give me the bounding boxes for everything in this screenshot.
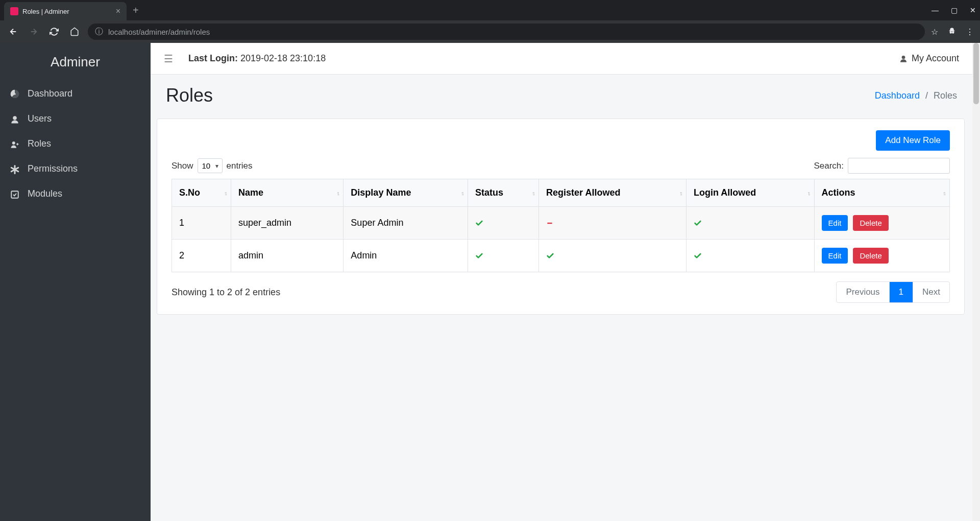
breadcrumb-separator: / <box>925 90 928 101</box>
cell-register-allowed <box>539 240 687 272</box>
svg-point-2 <box>13 116 17 120</box>
maximize-icon[interactable]: ▢ <box>951 6 958 14</box>
sidebar-item-label: Roles <box>28 138 51 149</box>
pagination-page-1[interactable]: 1 <box>890 282 913 302</box>
sort-icon: ↑↓ <box>336 191 338 195</box>
brand-title: Adminer <box>0 43 151 81</box>
incognito-icon[interactable] <box>947 27 957 37</box>
column-header[interactable]: Actions↑↓ <box>814 179 949 207</box>
sort-icon: ↑↓ <box>679 191 681 195</box>
edit-button[interactable]: Edit <box>822 248 848 264</box>
sort-icon: ↑↓ <box>943 191 944 195</box>
check-square-icon <box>9 188 20 199</box>
browser-tab-strip: Roles | Adminer × + — ▢ ✕ <box>0 0 980 20</box>
site-info-icon[interactable]: ⓘ <box>95 27 103 37</box>
check-icon <box>694 250 702 260</box>
reload-icon[interactable] <box>47 25 61 39</box>
sort-icon: ↑↓ <box>532 191 533 195</box>
page-header: Roles Dashboard / Roles <box>151 75 972 113</box>
column-header[interactable]: Name↑↓ <box>231 179 343 207</box>
roles-table: S.No↑↓Name↑↓Display Name↑↓Status↑↓Regist… <box>172 179 950 272</box>
column-header[interactable]: Register Allowed↑↓ <box>539 179 687 207</box>
cell-sno: 2 <box>172 240 231 272</box>
sort-icon: ↑↓ <box>224 191 226 195</box>
sidebar-item-label: Dashboard <box>28 88 72 99</box>
delete-button[interactable]: Delete <box>853 215 888 231</box>
pagination-previous[interactable]: Previous <box>837 282 889 302</box>
column-header[interactable]: S.No↑↓ <box>172 179 231 207</box>
url-text: localhost/adminer/admin/roles <box>108 28 210 36</box>
close-tab-icon[interactable]: × <box>116 7 120 16</box>
sidebar-item-users[interactable]: Users <box>0 106 151 131</box>
cell-display-name: Super Admin <box>344 207 468 240</box>
search-label: Search: <box>814 161 844 171</box>
user-icon <box>9 113 20 124</box>
sort-icon: ↑↓ <box>807 191 809 195</box>
sidebar-item-dashboard[interactable]: Dashboard <box>0 81 151 106</box>
url-bar[interactable]: ⓘ localhost/adminer/admin/roles <box>88 23 925 40</box>
minimize-icon[interactable]: — <box>932 6 939 14</box>
roles-card: Add New Role Show 10 entries Search: <box>157 119 965 315</box>
check-icon <box>475 250 483 260</box>
table-info: Showing 1 to 2 of 2 entries <box>172 287 280 298</box>
sidebar-item-label: Users <box>28 113 52 124</box>
svg-point-1 <box>14 93 15 95</box>
entries-label: entries <box>227 161 253 171</box>
sidebar-item-modules[interactable]: Modules <box>0 181 151 206</box>
back-icon[interactable] <box>6 25 20 39</box>
hamburger-icon[interactable]: ☰ <box>164 53 173 65</box>
column-header[interactable]: Login Allowed↑↓ <box>686 179 814 207</box>
sidebar-item-permissions[interactable]: Permissions <box>0 156 151 181</box>
show-label: Show <box>172 161 193 171</box>
my-account-link[interactable]: My Account <box>899 53 959 64</box>
table-row: 1super_adminSuper AdminEditDelete <box>172 207 950 240</box>
tab-title: Roles | Adminer <box>22 8 112 15</box>
edit-button[interactable]: Edit <box>822 215 848 231</box>
check-icon <box>475 218 483 228</box>
add-new-role-button[interactable]: Add New Role <box>876 130 950 151</box>
scrollbar-thumb[interactable] <box>973 43 979 104</box>
cell-register-allowed <box>539 207 687 240</box>
svg-point-3 <box>12 141 15 145</box>
scrollbar[interactable] <box>972 43 980 521</box>
page-title: Roles <box>166 85 213 106</box>
column-header[interactable]: Display Name↑↓ <box>344 179 468 207</box>
main-content: ☰ Last Login: 2019-02-18 23:10:18 My Acc… <box>151 43 980 521</box>
topbar: ☰ Last Login: 2019-02-18 23:10:18 My Acc… <box>151 43 972 75</box>
cell-display-name: Admin <box>344 240 468 272</box>
sidebar-item-roles[interactable]: Roles <box>0 131 151 156</box>
bookmark-icon[interactable]: ☆ <box>931 27 938 37</box>
menu-icon[interactable]: ⋮ <box>966 27 974 37</box>
column-header[interactable]: Status↑↓ <box>468 179 538 207</box>
sidebar-item-label: Permissions <box>28 163 78 174</box>
pagination: Previous 1 Next <box>836 281 950 303</box>
table-row: 2adminAdminEditDelete <box>172 240 950 272</box>
browser-tab[interactable]: Roles | Adminer × <box>4 2 127 20</box>
user-plus-icon <box>9 138 20 149</box>
dashboard-icon <box>9 88 20 99</box>
search-input[interactable] <box>848 158 950 174</box>
svg-point-5 <box>902 56 905 59</box>
favicon-icon <box>10 7 18 15</box>
browser-nav-bar: ⓘ localhost/adminer/admin/roles ☆ ⋮ <box>0 20 980 43</box>
cell-login-allowed <box>686 240 814 272</box>
breadcrumb-dashboard[interactable]: Dashboard <box>875 90 920 101</box>
close-window-icon[interactable]: ✕ <box>970 6 976 14</box>
cell-actions: EditDelete <box>814 240 949 272</box>
svg-rect-6 <box>547 223 552 224</box>
sidebar-item-label: Modules <box>28 188 62 199</box>
home-icon[interactable] <box>67 25 82 39</box>
check-icon <box>546 250 554 260</box>
asterisk-icon <box>9 163 20 174</box>
new-tab-button[interactable]: + <box>133 5 139 16</box>
cell-name: super_admin <box>231 207 343 240</box>
last-login: Last Login: 2019-02-18 23:10:18 <box>188 53 326 64</box>
pagination-next[interactable]: Next <box>913 282 949 302</box>
breadcrumb: Dashboard / Roles <box>875 90 957 101</box>
forward-icon[interactable] <box>27 25 41 39</box>
cell-login-allowed <box>686 207 814 240</box>
check-icon <box>694 218 702 228</box>
cell-name: admin <box>231 240 343 272</box>
entries-select[interactable]: 10 <box>198 158 223 173</box>
delete-button[interactable]: Delete <box>853 248 888 264</box>
